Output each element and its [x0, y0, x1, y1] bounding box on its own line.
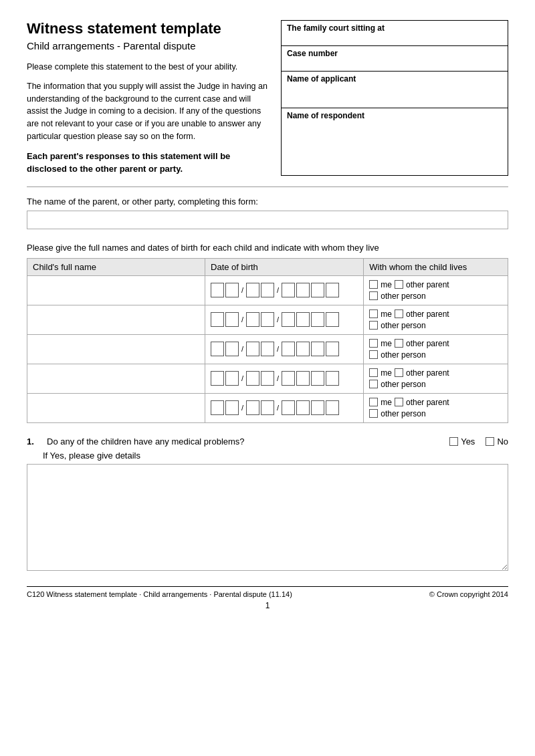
dob-y3-3[interactable]	[311, 342, 324, 356]
dob-d2-4[interactable]	[225, 371, 239, 386]
cb-me-3[interactable]	[369, 339, 378, 348]
details-textarea[interactable]	[27, 464, 508, 571]
cb-other-parent-3[interactable]	[395, 339, 403, 348]
child-lives-cell-1: me other parent other person	[364, 275, 508, 305]
dob-m2-1[interactable]	[261, 283, 274, 297]
cb-me-1[interactable]	[369, 280, 378, 289]
dob-m1-3[interactable]	[246, 342, 259, 356]
respondent-label: Name of respondent	[287, 111, 502, 120]
dob-m1-5[interactable]	[246, 400, 259, 415]
dob-y1-5[interactable]	[282, 400, 295, 415]
question1-number: 1.	[27, 436, 40, 447]
dob-y1-4[interactable]	[282, 371, 295, 386]
intro-p2: The information that you supply will ass…	[27, 80, 268, 143]
child-lives-cell-3: me other parent other person	[364, 334, 508, 364]
cb-other-parent-4[interactable]	[395, 368, 403, 377]
dob-y3-1[interactable]	[311, 283, 324, 297]
dob-y3-5[interactable]	[311, 400, 324, 415]
cb-me-2[interactable]	[369, 309, 378, 318]
dob-y2-5[interactable]	[296, 400, 310, 415]
court-row: The family court sitting at	[282, 21, 508, 46]
dob-d2-3[interactable]	[225, 342, 239, 356]
cb-other-parent-1[interactable]	[395, 280, 403, 289]
me-label-3: me	[381, 339, 392, 348]
lives-row-me-1: me other parent	[369, 280, 502, 289]
dob-y1-2[interactable]	[282, 312, 295, 327]
dob-y3-2[interactable]	[311, 312, 324, 327]
dob-y4-1[interactable]	[326, 283, 339, 297]
no-option: No	[486, 436, 508, 447]
other-person-label-3: other person	[381, 350, 425, 360]
child-name-input-2[interactable]	[33, 315, 199, 325]
dob-y4-3[interactable]	[326, 342, 339, 356]
dob-m2-5[interactable]	[261, 400, 274, 415]
child-name-input-4[interactable]	[33, 374, 199, 384]
dob-m1-2[interactable]	[246, 312, 259, 327]
cb-other-person-2[interactable]	[369, 321, 378, 330]
dob-d1-2[interactable]	[211, 312, 224, 327]
child-name-cell-1[interactable]	[27, 275, 205, 305]
dob-d1-4[interactable]	[211, 371, 224, 386]
other-person-label-5: other person	[381, 409, 425, 418]
dob-m1-4[interactable]	[246, 371, 259, 386]
dob-y3-4[interactable]	[311, 371, 324, 386]
bold-notice: Each parent's responses to this statemen…	[27, 150, 268, 176]
table-row: / /	[27, 364, 508, 393]
table-row: / /	[27, 305, 508, 334]
dob-d1-5[interactable]	[211, 400, 224, 415]
dob-y4-4[interactable]	[326, 371, 339, 386]
dob-y1-3[interactable]	[282, 342, 295, 356]
dob-m2-4[interactable]	[261, 371, 274, 386]
cb-other-person-4[interactable]	[369, 380, 378, 388]
name-input[interactable]	[27, 211, 508, 229]
lives-options-2: me other parent other person	[369, 309, 502, 330]
page-wrapper: Witness statement template Child arrange…	[27, 20, 508, 610]
dob-boxes-3: / /	[211, 342, 358, 356]
other-parent-label-3: other parent	[406, 339, 449, 348]
dob-y2-3[interactable]	[296, 342, 310, 356]
lives-row-me-4: me other parent	[369, 368, 502, 378]
cb-yes[interactable]	[449, 437, 458, 446]
other-person-label-2: other person	[381, 321, 425, 330]
no-label: No	[497, 436, 508, 447]
lives-row-otherperson-1: other person	[369, 291, 502, 301]
child-name-cell-3[interactable]	[27, 334, 205, 364]
page-footer: C120 Witness statement template · Child …	[27, 586, 508, 598]
cb-me-5[interactable]	[369, 398, 378, 406]
child-name-cell-2[interactable]	[27, 305, 205, 334]
header-section: Witness statement template Child arrange…	[27, 20, 508, 176]
dob-y4-5[interactable]	[326, 400, 339, 415]
child-name-input-1[interactable]	[33, 285, 199, 295]
cb-me-4[interactable]	[369, 368, 378, 377]
other-parent-label-1: other parent	[406, 280, 449, 289]
dob-d2-1[interactable]	[225, 283, 239, 297]
dob-y2-1[interactable]	[296, 283, 310, 297]
dob-y4-2[interactable]	[326, 312, 339, 327]
cb-other-person-3[interactable]	[369, 350, 378, 359]
child-name-input-3[interactable]	[33, 344, 199, 354]
name-field-label: The name of the parent, or other party, …	[27, 197, 508, 207]
cb-other-parent-5[interactable]	[395, 398, 403, 406]
dob-d2-2[interactable]	[225, 312, 239, 327]
dob-y1-1[interactable]	[282, 283, 295, 297]
child-lives-cell-4: me other parent other person	[364, 364, 508, 393]
dob-d1-1[interactable]	[211, 283, 224, 297]
child-name-input-5[interactable]	[33, 403, 199, 413]
child-name-cell-5[interactable]	[27, 393, 205, 422]
dob-m2-2[interactable]	[261, 312, 274, 327]
cb-no[interactable]	[486, 437, 494, 446]
dob-d2-5[interactable]	[225, 400, 239, 415]
header-left: Witness statement template Child arrange…	[27, 20, 268, 176]
cb-other-parent-2[interactable]	[395, 309, 403, 318]
child-name-cell-4[interactable]	[27, 364, 205, 393]
cb-other-person-5[interactable]	[369, 409, 378, 418]
dob-d1-3[interactable]	[211, 342, 224, 356]
yes-option: Yes	[449, 436, 475, 447]
other-person-label-1: other person	[381, 291, 425, 301]
cb-other-person-1[interactable]	[369, 291, 378, 300]
dob-y2-4[interactable]	[296, 371, 310, 386]
other-person-label-4: other person	[381, 380, 425, 389]
dob-m2-3[interactable]	[261, 342, 274, 356]
dob-y2-2[interactable]	[296, 312, 310, 327]
dob-m1-1[interactable]	[246, 283, 259, 297]
